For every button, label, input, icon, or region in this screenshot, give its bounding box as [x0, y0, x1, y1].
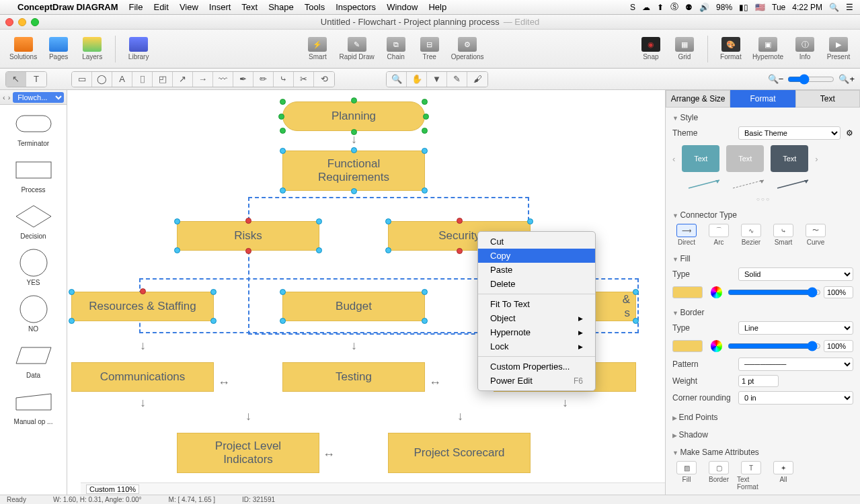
- theme-swatch-1[interactable]: Text: [682, 145, 719, 172]
- border-pattern-select[interactable]: ────────: [738, 358, 853, 371]
- brush-tool[interactable]: 🖌: [467, 72, 487, 87]
- library-button[interactable]: Library: [122, 33, 155, 65]
- fill-type-select[interactable]: Solid: [738, 267, 853, 281]
- textframe-tool[interactable]: ⌷: [132, 72, 153, 87]
- makesame-all[interactable]: ✦All: [769, 461, 797, 491]
- rect-tool[interactable]: ▭: [72, 72, 92, 87]
- volume-icon[interactable]: 🔊: [699, 3, 709, 12]
- tab-format[interactable]: Format: [730, 90, 795, 108]
- fill-opacity-input[interactable]: [824, 286, 853, 298]
- smart-button[interactable]: ⚡Smart: [301, 33, 334, 65]
- menu-inspectors[interactable]: Inspectors: [336, 2, 376, 12]
- pointer-tool[interactable]: ↖: [6, 72, 26, 87]
- rotate-tool[interactable]: ⟲: [314, 72, 334, 87]
- section-shadow[interactable]: Shadow: [672, 430, 853, 439]
- border-color-swatch[interactable]: [672, 340, 703, 352]
- node-budget[interactable]: Budget: [282, 292, 425, 321]
- shape-circle[interactable]: NO: [3, 296, 64, 333]
- nav-back-icon[interactable]: ‹: [3, 93, 5, 101]
- app-name[interactable]: ConceptDraw DIAGRAM: [17, 2, 118, 12]
- connector-tool[interactable]: ⤷: [274, 72, 294, 87]
- theme-swatch-2[interactable]: Text: [726, 145, 764, 172]
- section-border[interactable]: Border: [672, 308, 853, 317]
- pen-tool[interactable]: ✒: [233, 72, 253, 87]
- node-scorecard[interactable]: Project Scorecard: [388, 433, 531, 473]
- chain-button[interactable]: ⧉Chain: [380, 33, 412, 65]
- fill-color-swatch[interactable]: [672, 286, 703, 298]
- arrow-style-3[interactable]: [775, 177, 812, 191]
- pages-button[interactable]: Pages: [42, 33, 75, 65]
- curve-tool[interactable]: 〰: [213, 72, 233, 87]
- present-button[interactable]: ▶Present: [822, 33, 855, 65]
- ctx-hypernote[interactable]: Hypernote: [478, 325, 595, 339]
- zoom-combo[interactable]: Custom 110%: [86, 485, 139, 494]
- border-weight-input[interactable]: [738, 375, 779, 387]
- shape-decision[interactable]: Decision: [3, 203, 64, 240]
- tab-text[interactable]: Text: [795, 90, 860, 108]
- makesame-fill[interactable]: ▨Fill: [672, 461, 701, 491]
- connector-smart[interactable]: ⤷Smart: [769, 224, 797, 246]
- node-resources[interactable]: Resources & Staffing: [71, 292, 214, 321]
- node-testing[interactable]: Testing: [282, 362, 425, 392]
- connector-arc[interactable]: ⌒Arc: [705, 224, 733, 246]
- battery-icon[interactable]: ▮▯: [739, 3, 748, 12]
- clock-day[interactable]: Tue: [772, 3, 785, 12]
- window-maximize-button[interactable]: [31, 18, 39, 26]
- eyedropper-tool[interactable]: ✎: [447, 72, 467, 87]
- format-button[interactable]: 🎨Format: [715, 33, 747, 65]
- theme-next-icon[interactable]: ›: [815, 154, 818, 164]
- border-opacity-slider[interactable]: [728, 339, 821, 353]
- flag-icon[interactable]: 🇺🇸: [755, 3, 765, 12]
- up-icon[interactable]: ⬆: [657, 3, 664, 12]
- ctx-lock[interactable]: Lock: [478, 339, 595, 353]
- section-connector[interactable]: Connector Type: [672, 210, 853, 220]
- menu-edit[interactable]: Edit: [153, 2, 168, 12]
- connector-curve[interactable]: 〜Curve: [802, 224, 830, 246]
- library-selector[interactable]: Flowch...: [13, 92, 64, 103]
- zoom-slider[interactable]: [787, 74, 834, 85]
- ctx-power-edit[interactable]: Power EditF6: [478, 374, 595, 388]
- spotlight-icon[interactable]: 🔍: [829, 3, 839, 12]
- tree-button[interactable]: ⊟Tree: [414, 33, 446, 65]
- zoom-out-icon[interactable]: 🔍−: [768, 74, 784, 84]
- pan-tool[interactable]: ✋: [407, 72, 427, 87]
- menu-tools[interactable]: Tools: [305, 2, 325, 12]
- pencil-tool[interactable]: ✏: [253, 72, 274, 87]
- edit-tool[interactable]: ✂: [294, 72, 314, 87]
- node-risks[interactable]: Risks: [177, 221, 319, 251]
- nav-fwd-icon[interactable]: ›: [8, 93, 11, 101]
- menu-file[interactable]: File: [129, 2, 143, 12]
- menu-text[interactable]: Text: [241, 2, 258, 12]
- section-make-same[interactable]: Make Same Attributes: [672, 448, 853, 457]
- zoom-in-icon[interactable]: 🔍+: [838, 74, 855, 84]
- makesame-border[interactable]: ▢Border: [705, 461, 733, 491]
- shape-process[interactable]: Process: [3, 157, 64, 194]
- shape-manual[interactable]: Manual op ...: [3, 388, 64, 425]
- canvas[interactable]: Planning Functional Requirements Risks: [67, 90, 665, 496]
- ctx-delete[interactable]: Delete: [478, 277, 595, 291]
- ctx-paste[interactable]: Paste: [478, 263, 595, 277]
- border-color-wheel[interactable]: [711, 340, 722, 352]
- skype-icon[interactable]: Ⓢ: [670, 1, 678, 13]
- shape-circle[interactable]: YES: [3, 249, 64, 286]
- border-opacity-input[interactable]: [824, 340, 853, 352]
- section-style[interactable]: Style: [672, 113, 853, 122]
- node-pli[interactable]: Project Level Indicators: [177, 433, 319, 473]
- menu-shape[interactable]: Shape: [268, 2, 294, 12]
- ellipse-tool[interactable]: ◯: [92, 72, 112, 87]
- fill-opacity-slider[interactable]: [728, 285, 821, 300]
- menu-view[interactable]: View: [180, 2, 198, 12]
- ctx-custom-properties-[interactable]: Custom Properties...: [478, 360, 595, 374]
- shape-terminator[interactable]: Terminator: [3, 110, 64, 147]
- wifi-icon[interactable]: ⚉: [685, 3, 693, 12]
- info-button[interactable]: ⓘInfo: [789, 33, 821, 65]
- ctx-cut[interactable]: Cut: [478, 235, 595, 249]
- makesame-text[interactable]: TText Format: [737, 461, 765, 491]
- operations-button[interactable]: ⚙Operations: [447, 33, 488, 65]
- arrow-style-2[interactable]: [730, 177, 768, 191]
- menu-insert[interactable]: Insert: [209, 2, 231, 12]
- shape-data[interactable]: Data: [3, 342, 64, 379]
- node-planning[interactable]: Planning: [282, 101, 425, 131]
- callout-tool[interactable]: ◰: [153, 72, 173, 87]
- snap-button[interactable]: ◉Snap: [635, 33, 667, 65]
